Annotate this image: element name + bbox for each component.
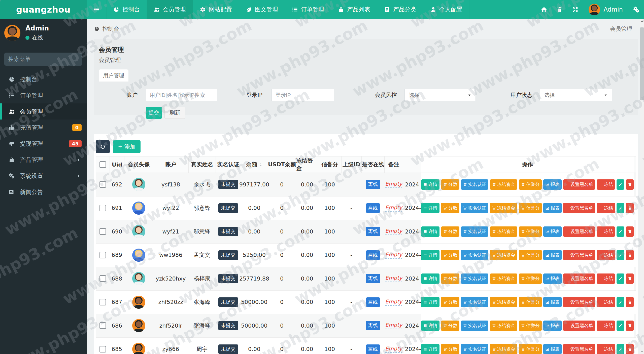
nav-item-2[interactable]: 网站配置 [193,0,239,19]
action-cart-button[interactable]: 分数 [441,226,459,237]
status-filter-select[interactable]: 选择 [540,89,612,101]
delete-button[interactable] [626,226,634,237]
action-cart-button[interactable]: 信誉分 [519,297,542,307]
action-chart-button[interactable]: 报表 [543,179,562,190]
action-bars-button[interactable]: 详情 [421,250,439,260]
row-checkbox[interactable] [99,346,106,352]
action-cart-button[interactable]: 信誉分 [519,273,542,284]
action-chart-button[interactable]: 报表 [543,250,562,260]
action-user-button[interactable]: 设置黑名单 [563,226,595,237]
row-checkbox[interactable] [99,299,106,305]
action-user-button[interactable]: 冻结 [597,321,615,331]
nav-item-1[interactable]: 会员管理 [147,0,193,19]
tab-user-management[interactable]: 用户管理 [99,69,128,82]
remark-link[interactable]: Empty [385,275,402,282]
nav-item-4[interactable]: 订单管理 [285,0,331,19]
search-input[interactable] [8,56,81,62]
column-header[interactable]: 冻结资金 [296,156,318,173]
delete-button[interactable] [626,203,634,213]
action-user-button[interactable]: 冻结 [597,250,615,260]
nav-item-3[interactable]: 图文管理 [239,0,285,19]
column-header[interactable]: 会员头像 [124,156,153,173]
sidebar-item-3[interactable]: 充值管理0 [0,120,87,136]
column-header[interactable]: 是否在线 [361,156,384,173]
ip-filter-input[interactable] [272,89,334,101]
edit-button[interactable] [617,321,624,331]
nav-item-6[interactable]: 产品分类 [377,0,423,19]
action-cart-button[interactable]: 冻结资金 [490,250,517,260]
action-bars-button[interactable]: 详情 [421,321,439,331]
cell-avatar[interactable] [124,291,153,314]
action-chart-button[interactable]: 报表 [543,203,562,213]
submit-button[interactable]: 提交 [146,107,162,119]
action-chart-button[interactable]: 报表 [543,297,562,307]
action-cart-button[interactable]: 分数 [441,321,459,331]
sort-control[interactable] [259,163,263,167]
delete-button[interactable] [626,273,634,284]
row-checkbox[interactable] [99,228,106,235]
reload-button[interactable] [96,140,110,153]
nav-item-0[interactable]: 控制台 [107,0,147,19]
column-header[interactable]: 备注 [384,156,403,173]
sidebar-item-2[interactable]: 会员管理 [0,103,87,120]
action-cart-button[interactable]: 冻结资金 [490,273,517,284]
sidebar-toggle-button[interactable] [87,0,107,19]
remark-link[interactable]: Empty [385,299,402,306]
action-user-button[interactable]: 设置黑名单 [563,250,595,260]
refresh-button[interactable]: 刷新 [164,107,185,119]
remark-link[interactable]: Empty [385,228,402,235]
brand-logo[interactable]: guangzhou [0,0,87,19]
cell-avatar[interactable] [124,338,153,354]
sidebar-item-1[interactable]: 订单管理 [0,87,87,103]
action-cart-button[interactable]: 分数 [441,250,459,260]
remark-link[interactable]: Empty [385,322,402,329]
action-user-button[interactable]: 设置黑名单 [563,297,595,307]
delete-button[interactable] [626,344,634,354]
action-bars-button[interactable]: 详情 [421,297,439,307]
cell-avatar[interactable] [124,196,153,220]
column-header[interactable]: 真实姓名 [188,156,216,173]
cell-avatar[interactable] [124,173,153,196]
column-header[interactable]: 余额 [241,156,268,173]
action-user-button[interactable]: 设置黑名单 [563,273,595,284]
column-header[interactable]: 信誉分 [318,156,341,173]
row-checkbox[interactable] [99,205,106,211]
remark-link[interactable]: Empty [385,181,402,188]
clear-cache-button[interactable] [552,0,567,19]
select-all-checkbox[interactable] [99,161,106,168]
sidebar-item-4[interactable]: 提现管理45 [0,136,87,152]
column-header[interactable]: USDT余额 [268,156,296,173]
action-user-button[interactable]: 冻结 [597,179,615,190]
action-bars-button[interactable]: 详情 [421,273,439,284]
action-user-button[interactable]: 冻结 [597,273,615,284]
edit-button[interactable] [617,179,624,190]
action-chart-button[interactable]: 报表 [543,321,562,331]
fullscreen-button[interactable] [567,0,583,19]
page-scrollbar[interactable] [640,19,644,354]
action-cart-button[interactable]: 分数 [441,273,459,284]
settings-button[interactable] [628,0,644,19]
delete-button[interactable] [626,250,634,260]
action-user-button[interactable]: 设置黑名单 [563,344,595,354]
nav-item-5[interactable]: 产品列表 [331,0,377,19]
action-cart-button[interactable]: 实名认证 [461,250,488,260]
action-cart-button[interactable]: 信誉分 [519,250,542,260]
action-chart-button[interactable]: 报表 [543,344,562,354]
action-cart-button[interactable]: 实名认证 [461,321,488,331]
action-cart-button[interactable]: 冻结资金 [490,321,517,331]
action-user-button[interactable]: 设置黑名单 [563,203,595,213]
scroll-up-arrow[interactable] [640,19,644,23]
add-button[interactable]: 添加 [113,140,141,153]
action-user-button[interactable]: 设置黑名单 [563,179,595,190]
column-header[interactable]: 账户 [153,156,188,173]
remark-link[interactable]: Empty [385,346,402,353]
delete-button[interactable] [626,321,634,331]
row-checkbox[interactable] [99,181,106,188]
remark-link[interactable]: Empty [385,252,402,259]
action-cart-button[interactable]: 冻结资金 [490,179,517,190]
cell-avatar[interactable] [124,220,153,243]
action-cart-button[interactable]: 冻结资金 [490,344,517,354]
cell-avatar[interactable] [124,314,153,337]
action-cart-button[interactable]: 实名认证 [461,226,488,237]
action-cart-button[interactable]: 实名认证 [461,297,488,307]
